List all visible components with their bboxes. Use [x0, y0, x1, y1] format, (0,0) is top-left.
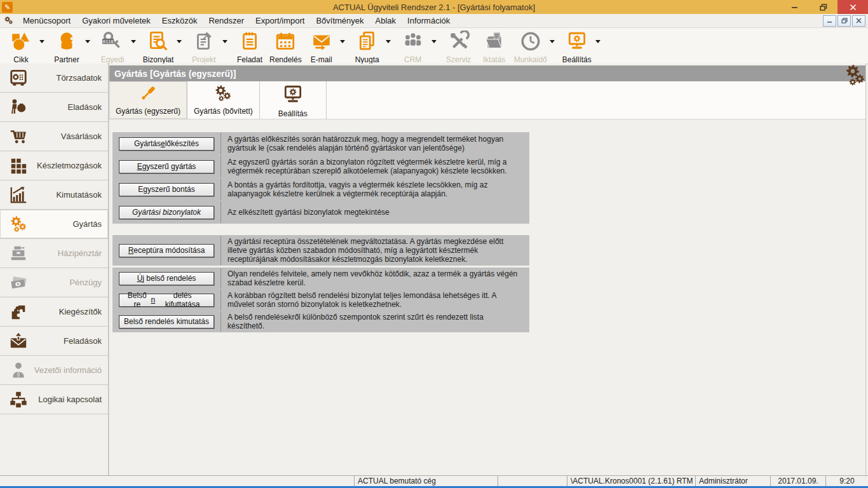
- cash-register-icon: [9, 244, 28, 263]
- toolbar-munkaid: Munkaidő: [514, 28, 557, 64]
- envelope-up-icon: [9, 332, 28, 351]
- menu-men-csoport[interactable]: Menücsoport: [17, 16, 76, 25]
- close-icon: [850, 4, 857, 11]
- status-date: 2017.01.09.: [771, 476, 826, 486]
- dropdown-arrow-icon[interactable]: [174, 30, 184, 52]
- gears-icon: [214, 84, 233, 105]
- sidebar-item-elad-sok[interactable]: Eladások: [0, 93, 108, 122]
- salesperson-icon: [9, 98, 28, 117]
- people-icon: [402, 30, 424, 55]
- toolbar-label: Nyugta: [355, 55, 379, 64]
- action-row: Belső rendelés kifuttatásaA korábban rög…: [112, 289, 529, 311]
- egyszer-gy-rt-s-button[interactable]: Egyszerű gyártás: [119, 160, 214, 173]
- action-group: Gyártás előkészítésA gyártás előkészítés…: [112, 132, 529, 224]
- action-description: Olyan rendelés felvitele, amely nem vevő…: [221, 268, 529, 288]
- sidebar-item-label: Pénzügy: [69, 278, 102, 287]
- menu-ablak[interactable]: Ablak: [370, 16, 402, 25]
- mdi-restore-button[interactable]: [837, 15, 851, 27]
- menu-inform-ci-k[interactable]: Információk: [402, 16, 456, 25]
- sidebar-item-t-rzsadatok[interactable]: Törzsadatok: [0, 64, 108, 93]
- dropdown-arrow-icon[interactable]: [337, 30, 348, 52]
- menu-export-import[interactable]: Export/import: [250, 16, 310, 25]
- sidebar-item-kieg-sz-t-k[interactable]: Kiegészítők: [0, 297, 108, 327]
- minimize-button[interactable]: [780, 0, 809, 14]
- sidebar-item-gy-rt-s[interactable]: Gyártás: [0, 210, 108, 239]
- bels-rendel-s-kifuttat-sa-button[interactable]: Belső rendelés kifuttatása: [119, 294, 214, 307]
- gy-rt-s-el-k-sz-t-s-button[interactable]: Gyártás előkészítés: [119, 137, 214, 151]
- menu-eszk-z-k[interactable]: Eszközök: [156, 16, 203, 25]
- sidebar-item-k-szletmozg-sok[interactable]: Készletmozgások: [0, 151, 108, 180]
- menu-gyakori-m-veletek[interactable]: Gyakori műveletek: [76, 16, 156, 25]
- money-icon: [9, 273, 28, 292]
- envelope-icon: [311, 30, 332, 55]
- toolbar-e-mail[interactable]: E-mail: [306, 28, 348, 64]
- toolbar-nyugta[interactable]: Nyugta: [351, 28, 393, 64]
- folder-icon: [484, 30, 505, 55]
- toolbar-cikk[interactable]: Cikk: [5, 28, 47, 64]
- restore-icon: [841, 18, 848, 24]
- document-pin-icon: [193, 30, 215, 55]
- action-row: Belső rendelés kimutatásA belső rendelés…: [112, 311, 529, 332]
- tab-gy-rt-s-egyszer[interactable]: Gyártás (egyszerű): [109, 81, 187, 119]
- toolbar-rendel-s[interactable]: Rendelés: [269, 28, 302, 64]
- action-row: Egyszerű bontásA bontás a gyártás fordít…: [112, 178, 529, 201]
- button-column: Gyártási bizonylatok: [112, 201, 221, 223]
- bels-rendel-s-kimutat-s-button[interactable]: Belső rendelés kimutatás: [119, 315, 214, 329]
- action-row: Új belső rendelésOlyan rendelés felvitel…: [112, 268, 529, 289]
- sidebar-item-label: Kiegészítők: [59, 307, 102, 316]
- toolbar-iktat-s: Iktatás: [478, 28, 510, 64]
- toolbar-partner[interactable]: Partner: [51, 28, 93, 64]
- gy-rt-si-bizonylatok-button[interactable]: Gyártási bizonylatok: [119, 206, 214, 219]
- toolbar-egyedi: 0110Egyedi: [97, 28, 139, 64]
- toolbar-label: Bizonylat: [143, 55, 174, 64]
- minimize-icon: [827, 18, 832, 24]
- sidebar-item-p-nz-gy: Pénzügy: [0, 268, 108, 297]
- button-column: Receptúra módosítása: [112, 236, 221, 265]
- restore-button[interactable]: [809, 0, 837, 14]
- action-description: A gyártás előkészítés során határozzuk m…: [221, 133, 529, 154]
- mdi-close-button[interactable]: [852, 15, 865, 27]
- toolbar-be-ll-t-s[interactable]: Beállítás: [561, 28, 603, 64]
- toolbar-feladat[interactable]: Feladat: [234, 28, 266, 64]
- egyszer-bont-s-button[interactable]: Egyszerű bontás: [119, 183, 214, 196]
- dropdown-arrow-icon: [429, 30, 439, 52]
- button-column: Gyártás előkészítés: [112, 133, 221, 154]
- j-bels-rendel-s-button[interactable]: Új belső rendelés: [119, 272, 214, 285]
- toolbar-label: Feladat: [237, 55, 262, 64]
- menu-rendszer[interactable]: Rendszer: [203, 16, 250, 25]
- notepad-icon: [239, 30, 261, 55]
- close-button[interactable]: [837, 0, 868, 14]
- mdi-minimize-button[interactable]: [823, 15, 836, 27]
- clock-icon: [520, 30, 541, 55]
- action-group: Receptúra módosításaA gyártási receptúra…: [112, 235, 529, 266]
- sidebar-item-kimutat-sok[interactable]: Kimutatások: [0, 180, 108, 210]
- calendar-icon: [275, 30, 296, 55]
- cart-icon: [9, 127, 28, 146]
- tab-gy-rt-s-b-v-tett[interactable]: Gyártás (bővített): [187, 81, 260, 119]
- tab-label: Gyártás (egyszerű): [116, 107, 180, 116]
- toolbar-projekt: Projekt: [188, 28, 230, 64]
- action-row: Egyszerű gyártásAz egyszerű gyártás sorá…: [112, 155, 529, 178]
- menu-b-v-tm-nyek[interactable]: Bővítmények: [310, 16, 369, 25]
- dropdown-arrow-icon: [128, 30, 139, 52]
- sidebar-item-felad-sok[interactable]: Feladások: [0, 327, 108, 356]
- titlebar: ✎ ACTUAL Ügyviteli Rendszer 2.1 - [Gyárt…: [0, 0, 868, 14]
- sidebar-item-v-s-rl-sok[interactable]: Vásárlások: [0, 122, 108, 151]
- dropdown-arrow-icon[interactable]: [37, 30, 47, 52]
- dropdown-arrow-icon[interactable]: [383, 30, 393, 52]
- tab-be-ll-t-s[interactable]: Beállítás: [260, 81, 327, 119]
- shapes-icon: [10, 30, 32, 55]
- toolbar-label: CRM: [404, 55, 421, 64]
- sidebar-item-label: Eladások: [68, 102, 102, 112]
- action-description: A gyártási receptúra összetételének megv…: [221, 236, 529, 265]
- chart-icon: [9, 186, 28, 205]
- dropdown-arrow-icon[interactable]: [83, 30, 93, 52]
- sidebar-item-label: Házipénztár: [58, 248, 102, 258]
- recept-ra-m-dos-t-sa-button[interactable]: Receptúra módosítása: [119, 244, 214, 257]
- page-title: Gyártás [Gyártás (egyszerű)]: [109, 69, 236, 79]
- sidebar-item-label: Törzsadatok: [56, 73, 102, 83]
- sidebar-item-logikai-kapcsolat[interactable]: Logikai kapcsolat: [0, 385, 108, 414]
- action-description: A bontás a gyártás fordítottja, vagyis a…: [221, 179, 529, 200]
- toolbar-bizonylat[interactable]: Bizonylat: [142, 28, 184, 64]
- dropdown-arrow-icon[interactable]: [593, 30, 603, 52]
